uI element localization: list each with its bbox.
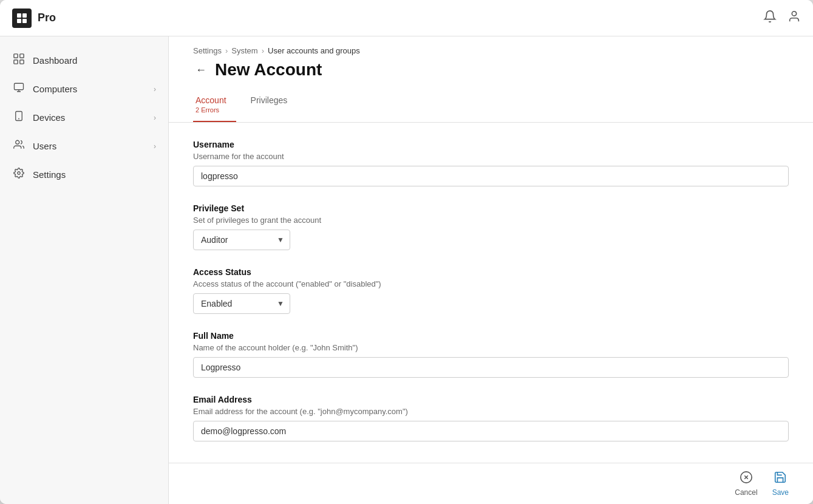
header-right bbox=[763, 10, 801, 26]
access-status-field: Access Status Access status of the accou… bbox=[193, 267, 789, 314]
svg-rect-3 bbox=[22, 19, 27, 23]
header-left: Pro bbox=[12, 9, 56, 28]
logo-icon bbox=[12, 9, 32, 28]
username-label: Username bbox=[193, 140, 789, 149]
privilege-set-select[interactable]: Auditor Administrator Read-only bbox=[193, 230, 290, 250]
access-status-label: Access Status bbox=[193, 267, 789, 277]
form-area: Username Username for the account Privil… bbox=[169, 123, 813, 504]
page-title: New Account bbox=[215, 60, 322, 80]
full-name-field: Full Name Name of the account holder (e.… bbox=[193, 331, 789, 378]
sidebar-item-dashboard[interactable]: Dashboard bbox=[0, 46, 168, 75]
user-icon[interactable] bbox=[787, 10, 801, 26]
access-status-wrapper: Enabled Disabled ▼ bbox=[193, 293, 290, 314]
sidebar-item-users[interactable]: Users › bbox=[0, 132, 168, 160]
dashboard-icon bbox=[12, 53, 26, 67]
content-header: Settings › System › User accounts and gr… bbox=[169, 36, 813, 123]
breadcrumb-sep2: › bbox=[262, 46, 264, 55]
tab-privileges[interactable]: Privileges bbox=[248, 89, 298, 122]
email-hint: Email address for the account (e.g. "joh… bbox=[193, 407, 789, 416]
svg-point-15 bbox=[18, 172, 21, 175]
full-name-input[interactable] bbox=[193, 357, 789, 378]
email-field: Email Address Email address for the acco… bbox=[193, 395, 789, 441]
svg-rect-7 bbox=[14, 60, 18, 64]
tabs: Account 2 Errors Privileges bbox=[193, 89, 789, 122]
computers-chevron: › bbox=[154, 85, 156, 94]
sidebar-item-settings[interactable]: Settings bbox=[0, 160, 168, 189]
svg-rect-2 bbox=[17, 19, 21, 23]
sidebar-item-settings-label: Settings bbox=[33, 169, 66, 180]
notification-icon[interactable] bbox=[763, 10, 777, 26]
breadcrumb-settings[interactable]: Settings bbox=[193, 46, 222, 55]
cancel-label: Cancel bbox=[735, 488, 757, 497]
email-input[interactable] bbox=[193, 421, 789, 441]
sidebar-item-devices-label: Devices bbox=[33, 112, 65, 123]
sidebar-item-computers-label: Computers bbox=[33, 84, 77, 94]
app-title: Pro bbox=[38, 12, 56, 24]
username-input[interactable] bbox=[193, 166, 789, 186]
save-icon bbox=[774, 471, 787, 487]
sidebar-item-dashboard-label: Dashboard bbox=[33, 55, 77, 66]
access-status-select[interactable]: Enabled Disabled bbox=[193, 293, 290, 314]
cancel-button[interactable]: Cancel bbox=[735, 471, 757, 497]
settings-icon bbox=[12, 168, 26, 182]
privilege-set-hint: Set of privileges to grant the account bbox=[193, 216, 789, 225]
devices-chevron: › bbox=[154, 114, 156, 122]
breadcrumb: Settings › System › User accounts and gr… bbox=[193, 46, 789, 55]
breadcrumb-sep1: › bbox=[225, 46, 228, 55]
sidebar-item-devices[interactable]: Devices › bbox=[0, 103, 168, 132]
sidebar-item-computers[interactable]: Computers › bbox=[0, 75, 168, 103]
full-name-hint: Name of the account holder (e.g. "John S… bbox=[193, 343, 789, 352]
svg-rect-1 bbox=[22, 13, 27, 18]
breadcrumb-system[interactable]: System bbox=[231, 46, 257, 55]
save-label: Save bbox=[772, 488, 789, 497]
tab-account-label: Account bbox=[196, 95, 226, 105]
privilege-set-wrapper: Auditor Administrator Read-only ▼ bbox=[193, 230, 290, 250]
full-name-label: Full Name bbox=[193, 331, 789, 341]
main-content: Settings › System › User accounts and gr… bbox=[169, 36, 813, 504]
action-bar: Cancel Save bbox=[169, 463, 813, 504]
page-title-row: ← New Account bbox=[193, 60, 789, 80]
users-chevron: › bbox=[154, 142, 156, 151]
tab-account[interactable]: Account 2 Errors bbox=[193, 89, 236, 122]
email-label: Email Address bbox=[193, 395, 789, 404]
svg-rect-9 bbox=[15, 83, 24, 90]
svg-rect-0 bbox=[17, 13, 21, 18]
svg-rect-6 bbox=[20, 54, 24, 58]
svg-point-14 bbox=[16, 140, 19, 144]
devices-icon bbox=[12, 111, 26, 124]
privilege-set-field: Privilege Set Set of privileges to grant… bbox=[193, 203, 789, 250]
sidebar: Dashboard Computers › bbox=[0, 36, 169, 504]
tab-privileges-label: Privileges bbox=[251, 95, 288, 105]
svg-rect-8 bbox=[20, 60, 24, 64]
privilege-set-label: Privilege Set bbox=[193, 203, 789, 213]
access-status-hint: Access status of the account ("enabled" … bbox=[193, 279, 789, 288]
computers-icon bbox=[12, 82, 26, 96]
save-button[interactable]: Save bbox=[772, 471, 789, 497]
svg-rect-5 bbox=[14, 54, 18, 58]
username-field: Username Username for the account bbox=[193, 140, 789, 186]
sidebar-item-users-label: Users bbox=[33, 141, 56, 151]
username-hint: Username for the account bbox=[193, 152, 789, 161]
cancel-icon bbox=[740, 471, 753, 487]
breadcrumb-current: User accounts and groups bbox=[268, 46, 360, 55]
users-icon bbox=[12, 139, 26, 153]
back-button[interactable]: ← bbox=[193, 63, 209, 78]
svg-point-4 bbox=[792, 12, 796, 16]
tab-account-errors: 2 Errors bbox=[196, 106, 226, 114]
